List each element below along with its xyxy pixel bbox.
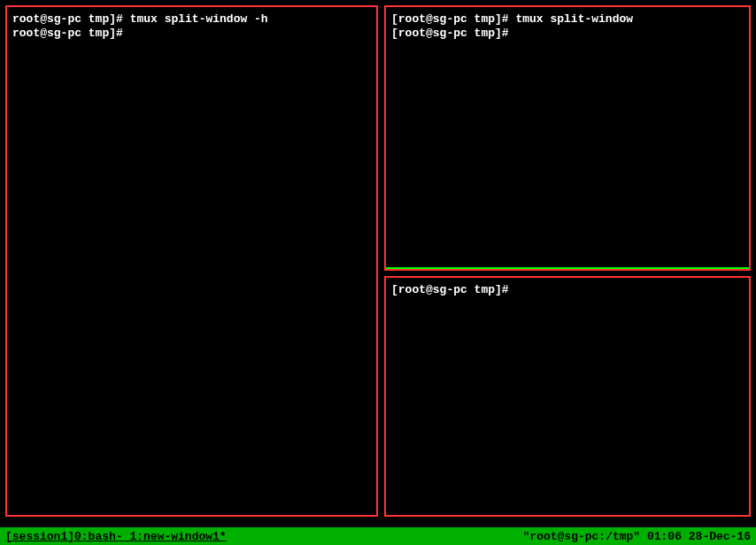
terminal-line: [root@sg-pc tmp]# tmux split-window — [391, 12, 744, 27]
status-session-windows: [session1]0:bash- 1:new-window1* — [5, 530, 227, 543]
shell-prompt: [root@sg-pc tmp]# — [391, 27, 509, 40]
shell-command: tmux split-window — [515, 12, 633, 26]
tmux-terminal: root@sg-pc tmp]# tmux split-window -h ro… — [0, 0, 756, 545]
terminal-line: root@sg-pc tmp]# tmux split-window -h — [12, 12, 371, 27]
tmux-pane-top-right[interactable]: [root@sg-pc tmp]# tmux split-window [roo… — [384, 5, 751, 271]
terminal-line: [root@sg-pc tmp]# — [391, 27, 744, 41]
terminal-line: [root@sg-pc tmp]# — [391, 283, 744, 297]
tmux-pane-bottom-right[interactable]: [root@sg-pc tmp]# — [384, 276, 751, 517]
status-host-time: "root@sg-pc:/tmp" 01:06 28-Dec-16 — [523, 530, 751, 543]
pane-divider-horizontal — [386, 267, 749, 269]
terminal-line: root@sg-pc tmp]# — [12, 27, 371, 41]
shell-prompt: root@sg-pc tmp]# — [12, 12, 130, 26]
tmux-status-bar: [session1]0:bash- 1:new-window1* "root@s… — [0, 527, 756, 545]
shell-prompt: [root@sg-pc tmp]# — [391, 283, 509, 296]
shell-command: tmux split-window -h — [130, 12, 268, 26]
tmux-pane-left[interactable]: root@sg-pc tmp]# tmux split-window -h ro… — [5, 5, 378, 517]
shell-prompt: [root@sg-pc tmp]# — [391, 12, 515, 26]
shell-prompt: root@sg-pc tmp]# — [12, 27, 123, 40]
